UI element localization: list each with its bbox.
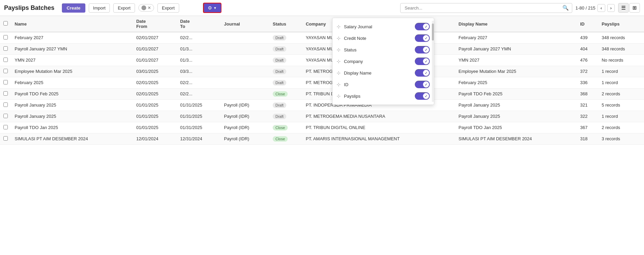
toggle-circle-icon <box>141 5 146 10</box>
id-toggle[interactable]: ✓ <box>415 81 430 88</box>
col-journal[interactable]: Journal <box>221 16 269 32</box>
cell-date-to: 01/31/2025 <box>177 100 221 111</box>
dropdown-item-display-name[interactable]: ⊹ Display Name ✓ <box>333 67 434 79</box>
cell-status: Draft <box>269 66 302 77</box>
row-checkbox-cell[interactable] <box>0 55 11 66</box>
col-date-from[interactable]: DateFrom <box>133 16 177 32</box>
row-checkbox-cell[interactable] <box>0 111 11 122</box>
check-icon: ✓ <box>425 71 427 75</box>
row-checkbox[interactable] <box>3 91 8 96</box>
filter-toggle[interactable]: ✕ <box>138 4 154 12</box>
dropdown-item-payslips[interactable]: ⊹ Payslips ✓ <box>333 90 434 102</box>
export-button-2[interactable]: Export <box>157 3 179 13</box>
cell-display-name: YMN 2027 <box>455 55 577 66</box>
cell-journal <box>221 55 269 66</box>
dropdown-item-salary-journal[interactable]: ⊹ Salary Journal ✓ <box>333 21 434 32</box>
cell-date-to: 03/3... <box>177 66 221 77</box>
table-row[interactable]: Payroll January 2027 YMN 01/01/2027 01/3… <box>0 44 644 55</box>
table-row[interactable]: Payroll January 2025 01/01/2025 01/31/20… <box>0 111 644 122</box>
cell-journal: Payroll (IDR) <box>221 100 269 111</box>
company-label: Company <box>344 59 411 64</box>
prev-page-button[interactable]: ‹ <box>597 4 605 12</box>
select-all-checkbox[interactable] <box>3 21 8 26</box>
row-checkbox[interactable] <box>3 114 8 118</box>
cell-status: Draft <box>269 44 302 55</box>
row-checkbox[interactable] <box>3 125 8 129</box>
cell-id: 322 <box>577 111 598 122</box>
table-row[interactable]: SIMULASI PT AIM DESEMBER 2024 12/01/2024… <box>0 133 644 145</box>
table-row[interactable]: February 2027 02/01/2027 02/2... Draft Y… <box>0 32 644 44</box>
create-button[interactable]: Create <box>62 3 85 13</box>
row-checkbox-cell[interactable] <box>0 32 11 44</box>
dropdown-item-company[interactable]: ⊹ Company ✓ <box>333 55 434 67</box>
table-row[interactable]: YMN 2027 01/01/2027 01/3... Draft YAYASA… <box>0 55 644 66</box>
gear-settings-button[interactable]: ⚙ ▼ <box>203 3 222 13</box>
row-checkbox-cell[interactable] <box>0 133 11 145</box>
export-button-1[interactable]: Export <box>113 3 135 13</box>
row-checkbox[interactable] <box>3 80 8 84</box>
id-label: ID <box>344 82 411 87</box>
import-button[interactable]: Import <box>89 3 110 13</box>
row-checkbox-cell[interactable] <box>0 122 11 133</box>
cell-date-from: 01/01/2027 <box>133 44 177 55</box>
search-bar: 🔍 <box>400 3 572 13</box>
table-container: Name DateFrom DateTo Journal Status Comp… <box>0 16 644 230</box>
cell-journal <box>221 77 269 89</box>
col-date-to[interactable]: DateTo <box>177 16 221 32</box>
payslips-toggle[interactable]: ✓ <box>415 92 430 100</box>
row-checkbox-cell[interactable] <box>0 100 11 111</box>
status-badge: Draft <box>273 69 286 74</box>
status-badge: Draft <box>273 80 286 85</box>
col-display-name[interactable]: Display Name <box>455 16 577 32</box>
company-toggle[interactable]: ✓ <box>415 58 430 65</box>
status-toggle[interactable]: ✓ <box>415 46 430 53</box>
display-name-label: Display Name <box>344 70 411 76</box>
table-row[interactable]: February 2025 02/01/2025 02/2... Draft P… <box>0 77 644 89</box>
cell-payslips: 5 records <box>598 100 644 111</box>
row-checkbox-cell[interactable] <box>0 77 11 89</box>
row-checkbox[interactable] <box>3 58 8 62</box>
row-checkbox[interactable] <box>3 136 8 141</box>
row-checkbox[interactable] <box>3 46 8 51</box>
drag-handle-icon: ⊹ <box>337 70 341 76</box>
cell-journal <box>221 66 269 77</box>
cell-date-from: 01/01/2025 <box>133 100 177 111</box>
cell-date-to: 02/2... <box>177 32 221 44</box>
salary-journal-toggle[interactable]: ✓ <box>415 23 430 30</box>
grid-view-button[interactable]: ⊞ <box>629 3 640 13</box>
check-icon: ✓ <box>425 25 427 29</box>
cell-name: YMN 2027 <box>11 55 133 66</box>
search-input[interactable] <box>400 3 572 13</box>
cell-name: February 2025 <box>11 77 133 89</box>
header-checkbox-cell[interactable] <box>0 16 11 32</box>
next-page-button[interactable]: › <box>607 4 615 12</box>
col-id[interactable]: ID <box>577 16 598 32</box>
table-row[interactable]: Payroll TDO Jan 2025 01/01/2025 01/31/20… <box>0 122 644 133</box>
row-checkbox[interactable] <box>3 102 8 107</box>
dropdown-item-id[interactable]: ⊹ ID ✓ <box>333 79 434 90</box>
table-header-row: Name DateFrom DateTo Journal Status Comp… <box>0 16 644 32</box>
list-view-button[interactable]: ☰ <box>618 3 629 13</box>
cell-journal: Payroll (IDR) <box>221 111 269 122</box>
display-name-toggle[interactable]: ✓ <box>415 69 430 77</box>
cell-name: Payroll January 2027 YMN <box>11 44 133 55</box>
dropdown-item-status[interactable]: ⊹ Status ✓ <box>333 44 434 55</box>
col-payslips[interactable]: Payslips <box>598 16 644 32</box>
table-row[interactable]: Payroll January 2025 01/01/2025 01/31/20… <box>0 100 644 111</box>
credit-note-toggle[interactable]: ✓ <box>415 34 430 42</box>
row-checkbox[interactable] <box>3 35 8 39</box>
dropdown-item-credit-note[interactable]: ⊹ Credit Note ✓ <box>333 32 434 44</box>
row-checkbox-cell[interactable] <box>0 66 11 77</box>
table-row[interactable]: Employee Mutation Mar 2025 03/01/2025 03… <box>0 66 644 77</box>
col-name[interactable]: Name <box>11 16 133 32</box>
status-badge: Draft <box>273 102 286 108</box>
cell-name: Employee Mutation Mar 2025 <box>11 66 133 77</box>
cell-status: Close <box>269 133 302 145</box>
cell-id: 439 <box>577 32 598 44</box>
row-checkbox[interactable] <box>3 69 8 73</box>
row-checkbox-cell[interactable] <box>0 89 11 100</box>
col-status[interactable]: Status <box>269 16 302 32</box>
cell-status: Draft <box>269 55 302 66</box>
table-row[interactable]: Payroll TDO Feb 2025 02/01/2025 02/2... … <box>0 89 644 100</box>
row-checkbox-cell[interactable] <box>0 44 11 55</box>
